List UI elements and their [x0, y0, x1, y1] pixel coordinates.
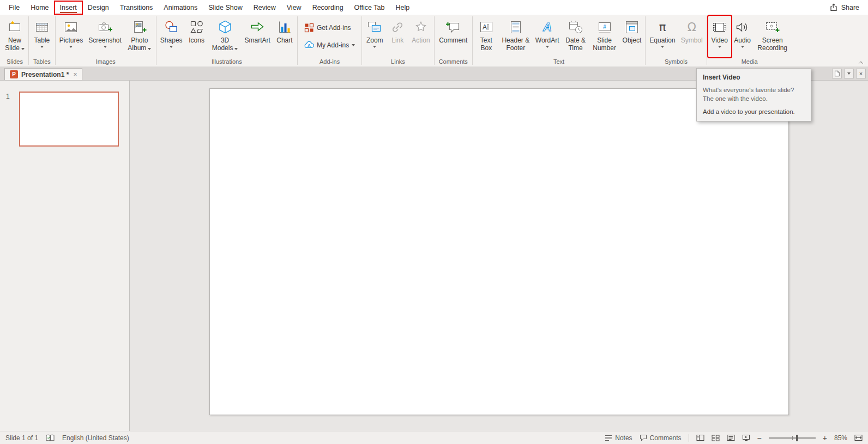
slide-sorter-view-icon[interactable] [712, 434, 720, 441]
chevron-down-icon [234, 48, 238, 50]
comment-button[interactable]: Comment [436, 16, 470, 57]
slideshow-view-icon[interactable] [742, 434, 750, 441]
close-icon[interactable]: × [856, 69, 866, 78]
collapse-ribbon-icon[interactable] [858, 61, 864, 64]
chart-button[interactable]: Chart [273, 16, 296, 57]
zoom-slider-thumb[interactable] [796, 435, 798, 441]
my-addins-button[interactable]: A My Add-ins [302, 39, 357, 51]
share-button[interactable]: Share [821, 3, 868, 11]
get-addins-label: Get Add-ins [317, 24, 351, 32]
svg-text:A: A [542, 20, 552, 34]
icons-button[interactable]: Icons [185, 16, 208, 57]
group-label-media: Media [738, 58, 761, 66]
new-slide-button[interactable]: New Slide [2, 16, 27, 57]
audio-button[interactable]: Audio [731, 16, 754, 57]
status-bar: Slide 1 of 1 English (United States) Not… [0, 431, 868, 444]
tab-transitions[interactable]: Transitions [115, 2, 158, 14]
table-button[interactable]: Table [31, 16, 53, 57]
video-button[interactable]: Video [708, 16, 731, 57]
tooltip-body-line1: What's everyone's favorite slide? [703, 86, 805, 95]
tab-slide-show[interactable]: Slide Show [203, 2, 248, 14]
ribbon-group-images: Pictures Screenshot Photo Album Images [56, 15, 156, 66]
zoom-slider[interactable] [769, 437, 816, 439]
ribbon-group-media: Video Audio Screen Recording Media [707, 15, 792, 66]
tab-office-tab[interactable]: Office Tab [349, 2, 390, 14]
tooltip-body-line2: The one with the video. [703, 95, 805, 104]
comments-label: Comments [650, 434, 682, 442]
spellcheck-icon[interactable] [46, 434, 55, 442]
wordart-icon: A [540, 18, 555, 37]
photo-album-button[interactable]: Photo Album [124, 16, 155, 57]
svg-text:#: # [603, 24, 606, 30]
tab-animations[interactable]: Animations [159, 2, 202, 14]
reading-view-icon[interactable] [727, 434, 735, 441]
group-label-illustrations: Illustrations [208, 58, 245, 66]
symbol-button: Ω Symbol [678, 16, 706, 57]
slide-indicator: Slide 1 of 1 [5, 434, 38, 442]
notes-button[interactable]: Notes [605, 434, 632, 442]
tab-design[interactable]: Design [83, 2, 114, 14]
ribbon-group-addins: Get Add-ins A My Add-ins Add-ins [298, 15, 361, 66]
zoom-percentage[interactable]: 85% [834, 434, 847, 442]
ribbon-group-comments: Comment Comments [435, 15, 472, 66]
screen-recording-button[interactable]: Screen Recording [754, 16, 791, 57]
tab-help[interactable]: Help [390, 2, 414, 14]
text-box-button[interactable]: A Text Box [474, 16, 499, 57]
svg-text:A: A [483, 23, 487, 31]
symbol-label: Symbol [681, 37, 703, 44]
chevron-down-icon [373, 46, 376, 48]
chevron-down-icon [847, 72, 851, 75]
slide-number-icon: # [597, 18, 612, 37]
close-tab-icon[interactable]: × [73, 71, 77, 78]
slide-number-button[interactable]: # Slide Number [589, 16, 620, 57]
object-label: Object [623, 37, 642, 44]
chevron-down-icon [104, 46, 107, 48]
chevron-down-icon [546, 46, 549, 48]
screenshot-button[interactable]: Screenshot [86, 16, 124, 57]
shapes-button[interactable]: Shapes [158, 16, 185, 57]
zoom-icon [367, 18, 382, 37]
tab-home[interactable]: Home [26, 2, 53, 14]
smartart-label: SmartArt [245, 37, 270, 44]
document-tab[interactable]: P Presentation1 * × [4, 68, 82, 80]
slide-canvas[interactable] [209, 88, 789, 415]
pictures-button[interactable]: Pictures [57, 16, 86, 57]
comment-label: Comment [439, 37, 467, 44]
my-addins-label: My Add-ins [317, 41, 349, 49]
tab-file[interactable]: File [4, 2, 25, 14]
3d-models-icon [218, 18, 233, 37]
zoom-out-button[interactable]: − [757, 434, 762, 442]
get-addins-button[interactable]: Get Add-ins [302, 22, 357, 34]
object-button[interactable]: Object [620, 16, 644, 57]
wordart-button[interactable]: A WordArt [533, 16, 562, 57]
3d-models-button[interactable]: 3D Models [208, 16, 242, 57]
header-footer-button[interactable]: Header & Footer [499, 16, 533, 57]
screen-recording-icon [765, 18, 780, 37]
shapes-icon [164, 18, 179, 37]
link-icon [390, 18, 405, 37]
language-indicator[interactable]: English (United States) [62, 434, 129, 442]
tab-view[interactable]: View [282, 2, 306, 14]
chart-icon [277, 18, 292, 37]
equation-button[interactable]: π Equation [647, 16, 678, 57]
fit-slide-to-window-icon[interactable] [854, 434, 863, 441]
tab-list-dropdown-icon[interactable] [844, 69, 854, 78]
smartart-button[interactable]: SmartArt [242, 16, 273, 57]
chevron-down-icon [352, 44, 355, 46]
new-document-icon[interactable] [832, 69, 842, 78]
zoom-in-button[interactable]: + [823, 434, 827, 442]
chevron-down-icon [21, 48, 25, 50]
ribbon-group-tables: Table Tables [29, 15, 55, 66]
slide-thumbnail[interactable] [19, 92, 119, 147]
zoom-button[interactable]: Zoom [363, 16, 386, 57]
link-button: Link [386, 16, 409, 57]
tab-recording[interactable]: Recording [308, 2, 348, 14]
normal-view-icon[interactable] [696, 434, 704, 441]
group-label-addins: Add-ins [316, 58, 343, 66]
tab-review[interactable]: Review [249, 2, 281, 14]
comments-button[interactable]: Comments [640, 434, 682, 442]
date-time-button[interactable]: Date & Time [562, 16, 589, 57]
icons-icon [189, 18, 204, 37]
zoom-slider-notch [792, 436, 793, 440]
tab-insert[interactable]: Insert [55, 2, 82, 14]
